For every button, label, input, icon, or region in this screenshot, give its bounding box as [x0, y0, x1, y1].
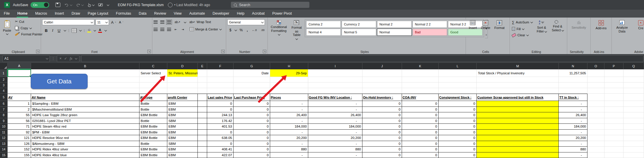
cell-D9[interactable]: SBM: [167, 118, 198, 124]
cell-D14[interactable]: EBM: [167, 147, 198, 152]
cell-J13[interactable]: 0: [362, 141, 402, 147]
cell-Q6[interactable]: [623, 101, 644, 107]
font-dialog-launcher[interactable]: ↘: [147, 50, 151, 53]
cell-I10[interactable]: 184,000: [308, 124, 362, 130]
cell-E3[interactable]: [198, 83, 207, 88]
row-header-7[interactable]: 7: [0, 107, 8, 113]
cell-D10[interactable]: EBM: [167, 124, 198, 130]
col-header-C[interactable]: C: [139, 63, 167, 69]
cell-N1[interactable]: 11,257,505: [559, 69, 587, 77]
cell-M11[interactable]: [477, 130, 559, 135]
cell-A3[interactable]: [8, 83, 31, 88]
cell-I1[interactable]: [308, 69, 362, 77]
cell-I3[interactable]: [308, 83, 362, 88]
col-header-B[interactable]: B: [31, 63, 139, 69]
fill-color-button[interactable]: ◇: [87, 28, 91, 32]
tab-help[interactable]: Help: [233, 10, 248, 18]
cell-G12[interactable]: 0: [234, 135, 270, 141]
cell-J3[interactable]: [362, 83, 402, 88]
cell-A10[interactable]: 71: [8, 124, 31, 130]
cell-J8[interactable]: 0: [362, 112, 402, 118]
cell-F10[interactable]: 401.53: [207, 124, 234, 130]
cell-D13[interactable]: SBM: [167, 141, 198, 147]
cell-H10[interactable]: 184,000: [270, 124, 308, 130]
col-header-J[interactable]: J: [362, 63, 402, 69]
cell-B9[interactable]: 0291881- Lysol 28oz PET: [31, 118, 139, 124]
cell-F3[interactable]: [207, 83, 234, 88]
cell-O12[interactable]: [587, 135, 604, 141]
cell-B8[interactable]: HDPE Law Toggle 28oz green: [31, 112, 139, 118]
cell-K12[interactable]: 0: [402, 135, 439, 141]
borders-icon[interactable]: [72, 28, 77, 33]
cell-B7[interactable]: $Maschinenstillstand EBM: [31, 107, 139, 113]
cell-O2[interactable]: [587, 77, 604, 83]
row-header-2[interactable]: 2: [0, 77, 8, 83]
cell-H1[interactable]: 29-Sep: [270, 69, 308, 77]
cell-N8[interactable]: 26,400: [559, 112, 587, 118]
cell-M6[interactable]: [477, 101, 559, 107]
tab-home[interactable]: Home: [13, 10, 31, 18]
cell-style-currency-2[interactable]: Currency 2: [342, 21, 376, 28]
cell-O8[interactable]: [587, 112, 604, 118]
cell-D1[interactable]: St. Peters, Missouri: [167, 69, 198, 77]
cell-N14[interactable]: 880: [559, 147, 587, 152]
row-header-14[interactable]: 14: [0, 147, 8, 152]
decrease-decimal-icon[interactable]: .00: [260, 28, 265, 32]
col-header-E[interactable]: E: [198, 63, 207, 69]
cell-E13[interactable]: [198, 141, 207, 147]
cell-L11[interactable]: 0: [439, 130, 477, 135]
cell-L1[interactable]: [439, 69, 477, 77]
cell-G4[interactable]: [234, 88, 270, 94]
col-header-A[interactable]: A: [8, 63, 31, 69]
cell-Q9[interactable]: [623, 118, 644, 124]
cell-H8[interactable]: 26,400: [270, 112, 308, 118]
conditional-formatting-button[interactable]: ConditionalFormatting: [269, 19, 289, 37]
cell-D5[interactable]: profit Center: [167, 94, 198, 101]
cell-C15[interactable]: EBM Bottle: [139, 152, 167, 158]
cell-H5[interactable]: Pieces: [270, 94, 308, 101]
cell-A15[interactable]: 155: [8, 152, 31, 158]
cell-style-normal[interactable]: Normal: [377, 29, 412, 36]
cell-M12[interactable]: [477, 135, 559, 141]
cell-J12[interactable]: 0: [362, 135, 402, 141]
cell-G2[interactable]: [234, 77, 270, 83]
cell-K6[interactable]: 0: [402, 101, 439, 107]
cell-D7[interactable]: EBM: [167, 107, 198, 113]
cell-P1[interactable]: [604, 69, 623, 77]
cell-M9[interactable]: [477, 118, 559, 124]
col-header-Q[interactable]: Q: [623, 63, 644, 69]
cell-A5[interactable]: AV: [8, 94, 31, 101]
cell-H15[interactable]: -: [270, 152, 308, 158]
cell-Q2[interactable]: [623, 77, 644, 83]
cell-L15[interactable]: 0: [439, 152, 477, 158]
cell-M3[interactable]: [477, 83, 559, 88]
cell-L12[interactable]: 0: [439, 135, 477, 141]
cell-E4[interactable]: [198, 88, 207, 94]
find-select-button[interactable]: Find &Select: [550, 19, 565, 33]
cell-I12[interactable]: 20,200: [308, 135, 362, 141]
cell-L10[interactable]: 0: [439, 124, 477, 130]
col-header-N[interactable]: N: [559, 63, 587, 69]
cell-G6[interactable]: 0: [234, 101, 270, 107]
cell-M7[interactable]: [477, 107, 559, 113]
increase-indent-icon[interactable]: ⇥: [180, 28, 185, 31]
cell-H14[interactable]: 880: [270, 147, 308, 152]
cell-O14[interactable]: [587, 147, 604, 152]
cell-J10[interactable]: 0: [362, 124, 402, 130]
cut-button[interactable]: ✂Cut: [14, 19, 43, 24]
cell-J2[interactable]: [362, 77, 402, 83]
formula-expand-icon[interactable]: [75, 57, 77, 59]
cell-style-bad[interactable]: Bad: [413, 29, 447, 36]
excel-app-icon[interactable]: X: [4, 2, 10, 8]
align-right-icon[interactable]: [167, 28, 171, 31]
cell-E10[interactable]: [198, 124, 207, 130]
cell-B15[interactable]: HDPE Ridex 48oz blue: [31, 152, 139, 158]
row-header-15[interactable]: 15: [0, 152, 8, 158]
number-format-select[interactable]: General: [227, 19, 265, 25]
cell-N15[interactable]: -: [559, 152, 587, 158]
cell-K9[interactable]: 0: [402, 118, 439, 124]
bold-button[interactable]: B: [44, 28, 48, 33]
cell-B10[interactable]: HDPE Steam 48oz red: [31, 124, 139, 130]
increase-decimal-icon[interactable]: ←.0: [251, 28, 258, 32]
increase-font-button[interactable]: A^: [110, 20, 117, 25]
